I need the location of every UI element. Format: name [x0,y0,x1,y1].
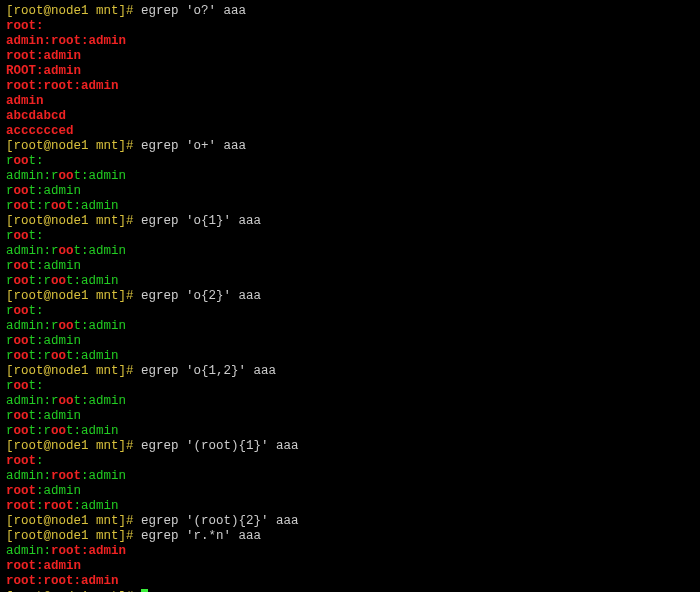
output-line: root:admin [6,49,694,64]
output-line: admin:root:admin [6,544,694,559]
command-line[interactable]: [root@node1 mnt]# egrep 'r.*n' aaa [6,529,694,544]
output-line: admin:root:admin [6,169,694,184]
output-line: root:root:admin [6,349,694,364]
output-line: acccccced [6,124,694,139]
output-line: root: [6,454,694,469]
output-line: root:admin [6,334,694,349]
command-line[interactable]: [root@node1 mnt]# egrep '(root){2}' aaa [6,514,694,529]
output-line: admin:root:admin [6,34,694,49]
output-line: root:admin [6,184,694,199]
command-line[interactable]: [root@node1 mnt]# egrep 'o{1}' aaa [6,214,694,229]
output-line: root:root:admin [6,574,694,589]
output-line: root: [6,19,694,34]
output-line: root:root:admin [6,499,694,514]
output-line: root:root:admin [6,199,694,214]
output-line: root: [6,304,694,319]
output-line: root:admin [6,409,694,424]
output-line: root: [6,379,694,394]
output-line: ROOT:admin [6,64,694,79]
output-line: admin:root:admin [6,394,694,409]
command-line[interactable]: [root@node1 mnt]# egrep '(root){1}' aaa [6,439,694,454]
output-line: admin:root:admin [6,244,694,259]
output-line: root:root:admin [6,424,694,439]
command-line[interactable]: [root@node1 mnt]# egrep 'o{2}' aaa [6,289,694,304]
terminal-output: [root@node1 mnt]# egrep 'o?' aaaroot:adm… [6,4,694,592]
output-line: root: [6,154,694,169]
output-line: root:admin [6,259,694,274]
output-line: admin [6,94,694,109]
output-line: root:root:admin [6,79,694,94]
output-line: admin:root:admin [6,319,694,334]
output-line: root:root:admin [6,274,694,289]
command-line[interactable]: [root@node1 mnt]# egrep 'o+' aaa [6,139,694,154]
command-line[interactable]: [root@node1 mnt]# egrep 'o?' aaa [6,4,694,19]
output-line: root:admin [6,484,694,499]
output-line: root:admin [6,559,694,574]
output-line: root: [6,229,694,244]
command-line[interactable]: [root@node1 mnt]# egrep 'o{1,2}' aaa [6,364,694,379]
output-line: admin:root:admin [6,469,694,484]
output-line: abcdabcd [6,109,694,124]
